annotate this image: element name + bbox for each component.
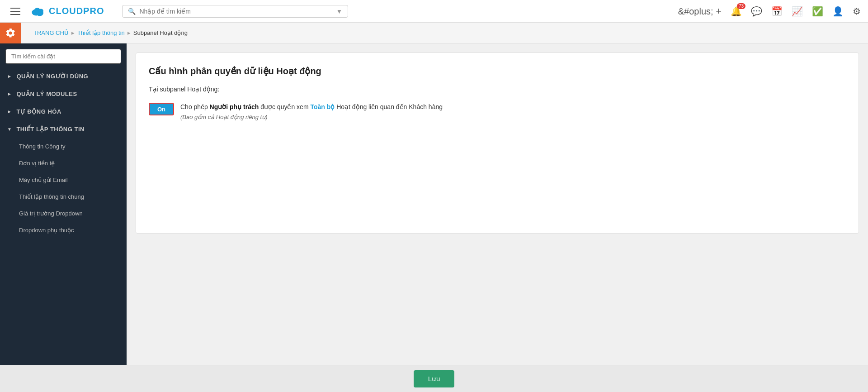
sidebar-item-may-chu-gui-email[interactable]: Máy chủ gửi Email	[0, 172, 127, 188]
sidebar-section-label-tu-dong-hoa: TỰ ĐỘNG HÓA	[16, 108, 61, 115]
search-icon: 🔍	[128, 8, 136, 15]
sidebar-section-tu-dong-hoa: ► TỰ ĐỘNG HÓA	[0, 103, 127, 120]
content-area: Cấu hình phân quyền dữ liệu Hoạt động Tạ…	[127, 43, 868, 392]
settings-icon[interactable]: ⚙	[853, 6, 861, 17]
search-bar[interactable]: 🔍 ▼	[122, 5, 348, 18]
sidebar-section-label-quan-ly-nguoi-dung: QUẢN LÝ NGƯỜI DÙNG	[16, 73, 88, 80]
content-card: Cấu hình phân quyền dữ liệu Hoạt động Tạ…	[136, 53, 859, 234]
add-icon[interactable]: &#oplus; +	[678, 5, 722, 17]
sidebar-section-header-thiet-lap-thong-tin[interactable]: ▼ THIẾT LẬP THÔNG TIN	[0, 120, 127, 138]
chevron-down-icon: ▼	[336, 8, 343, 15]
main-layout: ► QUẢN LÝ NGƯỜI DÙNG ► QUẢN LÝ MODULES ►…	[0, 43, 868, 392]
toggle-text-prefix: Cho phép	[180, 103, 210, 110]
user-icon[interactable]: 👤	[832, 6, 844, 17]
chevron-right-icon: ►	[7, 74, 12, 79]
sidebar-section-header-tu-dong-hoa[interactable]: ► TỰ ĐỘNG HÓA	[0, 103, 127, 120]
footer-bar: Lưu	[0, 365, 868, 392]
calendar-icon[interactable]: 📅	[771, 6, 783, 17]
breadcrumb-parent[interactable]: Thiết lập thông tin	[77, 29, 125, 36]
notification-badge: 73	[737, 3, 745, 9]
sidebar-item-thong-tin-cong-ty[interactable]: Thông tin Công ty	[0, 138, 127, 155]
sidebar-section-thiet-lap-thong-tin: ▼ THIẾT LẬP THÔNG TIN Thông tin Công ty …	[0, 120, 127, 239]
breadcrumb-sep-2: ▸	[127, 29, 131, 36]
toggle-row: On Cho phép Người phụ trách được quyền x…	[149, 102, 846, 122]
settings-gear-icon	[0, 23, 21, 43]
sidebar-section-quan-ly-nguoi-dung: ► QUẢN LÝ NGƯỜI DÙNG	[0, 67, 127, 85]
sidebar: ► QUẢN LÝ NGƯỜI DÙNG ► QUẢN LÝ MODULES ►…	[0, 43, 127, 392]
sidebar-search-input[interactable]	[5, 49, 121, 64]
sidebar-section-quan-ly-modules: ► QUẢN LÝ MODULES	[0, 85, 127, 103]
settings-navigation: TRANG CHỦ ▸ Thiết lập thông tin ▸ Subpan…	[0, 23, 868, 43]
chevron-right-icon-3: ►	[7, 109, 12, 114]
logo-text: CLOUDPRO	[49, 6, 104, 16]
breadcrumb-current: Subpanel Hoạt động	[133, 29, 188, 36]
save-button[interactable]: Lưu	[414, 370, 455, 387]
svg-point-4	[38, 9, 43, 13]
chevron-right-icon-2: ►	[7, 91, 12, 96]
sidebar-section-label-quan-ly-modules: QUẢN LÝ MODULES	[16, 91, 77, 97]
breadcrumb-sep-1: ▸	[71, 29, 75, 36]
chat-icon[interactable]: 💬	[751, 6, 762, 17]
subpanel-label: Tại subpanel Hoạt động:	[149, 86, 846, 93]
search-input[interactable]	[139, 8, 332, 15]
toggle-text-mid: được quyền xem	[259, 103, 310, 110]
top-navigation: CLOUDPRO 🔍 ▼ &#oplus; + 🔔 73 💬 📅 📈 ✅ 👤 ⚙	[0, 0, 868, 23]
toggle-text-suffix: Hoạt động liên quan đến Khách hàng	[335, 103, 443, 110]
logo: CLOUDPRO	[29, 5, 104, 18]
topnav-right-icons: &#oplus; + 🔔 73 💬 📅 📈 ✅ 👤 ⚙	[678, 5, 861, 17]
notification-icon[interactable]: 🔔 73	[731, 6, 742, 17]
toggle-description: Cho phép Người phụ trách được quyền xem …	[180, 102, 443, 122]
sidebar-item-gia-tri-truong-dropdown[interactable]: Giá trị trường Dropdown	[0, 205, 127, 222]
sidebar-section-header-quan-ly-modules[interactable]: ► QUẢN LÝ MODULES	[0, 85, 127, 103]
sidebar-item-dropdown-phu-thuoc[interactable]: Dropdown phụ thuộc	[0, 222, 127, 239]
toggle-button[interactable]: On	[149, 103, 174, 115]
breadcrumb: TRANG CHỦ ▸ Thiết lập thông tin ▸ Subpan…	[33, 29, 188, 36]
toggle-subtext: (Bao gồm cả Hoạt động riêng tư)	[180, 113, 443, 122]
chevron-down-icon-sidebar: ▼	[7, 127, 12, 132]
sidebar-search-area[interactable]	[0, 43, 127, 67]
sidebar-section-label-thiet-lap-thong-tin: THIẾT LẬP THÔNG TIN	[16, 126, 84, 133]
chart-icon[interactable]: 📈	[792, 6, 803, 17]
sidebar-item-thiet-lap-thong-tin-chung[interactable]: Thiết lập thông tin chung	[0, 188, 127, 205]
toggle-text-bold1: Người phụ trách	[210, 103, 259, 110]
hamburger-menu[interactable]	[7, 3, 24, 19]
sidebar-item-don-vi-tien-te[interactable]: Đơn vị tiền tệ	[0, 155, 127, 172]
checklist-icon[interactable]: ✅	[812, 6, 823, 17]
toggle-text-bold2: Toàn bộ	[310, 103, 335, 110]
page-title: Cấu hình phân quyền dữ liệu Hoạt động	[149, 66, 846, 76]
sidebar-section-header-quan-ly-nguoi-dung[interactable]: ► QUẢN LÝ NGƯỜI DÙNG	[0, 67, 127, 85]
breadcrumb-home[interactable]: TRANG CHỦ	[33, 29, 69, 36]
